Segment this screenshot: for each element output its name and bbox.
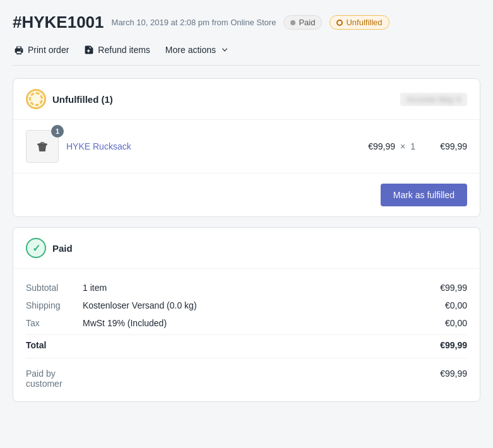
- product-total-price: €99,99: [423, 141, 467, 151]
- unfulfilled-card-header: Unfulfilled (1) Accosta Way 4: [13, 79, 480, 120]
- payment-row-label: Shipping: [26, 300, 83, 310]
- product-price-group: €99,99 × 1: [368, 141, 415, 151]
- unfulfilled-circle-icon: [336, 20, 343, 26]
- product-unit-price: €99,99: [368, 141, 395, 151]
- payment-row-label: Subtotal: [26, 283, 83, 293]
- product-qty-separator: ×: [400, 141, 405, 151]
- payment-row-value: Kostenloser Versand (0.0 kg): [83, 300, 417, 310]
- paid-dot-icon: [290, 20, 295, 25]
- unfulfilled-badge: Unfulfilled: [330, 15, 389, 30]
- print-order-label: Print order: [28, 45, 69, 55]
- product-image-wrap: 1: [26, 130, 59, 163]
- payment-row-value: 1 item: [83, 283, 417, 293]
- paid-card: ✓ Paid Subtotal 1 item €99,99 Shipping K…: [13, 227, 480, 402]
- payment-rows: Subtotal 1 item €99,99 Shipping Kostenlo…: [26, 279, 467, 332]
- unfulfilled-badge-label: Unfulfilled: [346, 18, 382, 27]
- payment-row-label: Tax: [26, 318, 83, 328]
- payment-total-row: Total €99,99: [26, 334, 467, 355]
- more-actions-button[interactable]: More actions: [164, 42, 231, 57]
- toolbar: Print order Refund items More actions: [13, 42, 480, 66]
- unfulfilled-status-icon: [26, 89, 46, 109]
- total-amount: €99,99: [417, 340, 467, 350]
- payment-table: Subtotal 1 item €99,99 Shipping Kostenlo…: [13, 269, 480, 401]
- unfulfilled-header-action: Accosta Way 4: [400, 93, 467, 106]
- payment-row: Subtotal 1 item €99,99: [26, 279, 467, 297]
- product-name-link[interactable]: HYKE Rucksack: [66, 141, 360, 151]
- blurred-tracking: Accosta Way 4: [407, 95, 461, 104]
- print-order-button[interactable]: Print order: [13, 42, 70, 57]
- unfulfilled-card: Unfulfilled (1) Accosta Way 4 1 HYKE Ruc…: [13, 78, 480, 217]
- paid-card-header: ✓ Paid: [13, 228, 480, 269]
- payment-row: Shipping Kostenloser Versand (0.0 kg) €0…: [26, 297, 467, 314]
- total-label: Total: [26, 340, 83, 350]
- paid-status-icon: ✓: [26, 238, 46, 258]
- payment-row-value: MwSt 19% (Included): [83, 318, 417, 328]
- product-thumbnail-icon: [30, 134, 54, 158]
- paid-badge: Paid: [283, 15, 322, 30]
- order-title: #HYKE1001: [13, 13, 104, 32]
- paid-title: Paid: [52, 243, 73, 254]
- unfulfilled-card-footer: Mark as fulfilled: [13, 173, 480, 216]
- product-quantity-badge: 1: [51, 125, 64, 138]
- more-actions-label: More actions: [165, 45, 216, 55]
- payment-row: Tax MwSt 19% (Included) €0,00: [26, 314, 467, 332]
- product-row: 1 HYKE Rucksack €99,99 × 1 €99,99: [13, 120, 480, 173]
- paid-by-value: [83, 368, 417, 389]
- printer-icon: [14, 45, 24, 55]
- unfulfilled-header-left: Unfulfilled (1): [26, 89, 113, 109]
- page-header: #HYKE1001 March 10, 2019 at 2:08 pm from…: [13, 13, 480, 32]
- paid-by-label: Paid by customer: [26, 368, 83, 389]
- chevron-down-icon: [220, 45, 230, 55]
- paid-badge-label: Paid: [299, 18, 315, 27]
- order-meta: March 10, 2019 at 2:08 pm from Online St…: [112, 18, 276, 27]
- refund-items-label: Refund items: [98, 45, 150, 55]
- payment-divider: [26, 358, 467, 358]
- paid-by-row: Paid by customer €99,99: [26, 361, 467, 391]
- payment-row-amount: €99,99: [417, 283, 467, 293]
- payment-row-amount: €0,00: [417, 318, 467, 328]
- mark-as-fulfilled-button[interactable]: Mark as fulfilled: [381, 184, 467, 206]
- payment-row-amount: €0,00: [417, 300, 467, 310]
- svg-rect-1: [37, 143, 47, 145]
- product-quantity: 1: [410, 141, 415, 151]
- paid-by-amount: €99,99: [417, 368, 467, 389]
- refund-icon: [84, 45, 94, 55]
- refund-items-button[interactable]: Refund items: [83, 42, 151, 57]
- unfulfilled-title: Unfulfilled (1): [52, 94, 113, 105]
